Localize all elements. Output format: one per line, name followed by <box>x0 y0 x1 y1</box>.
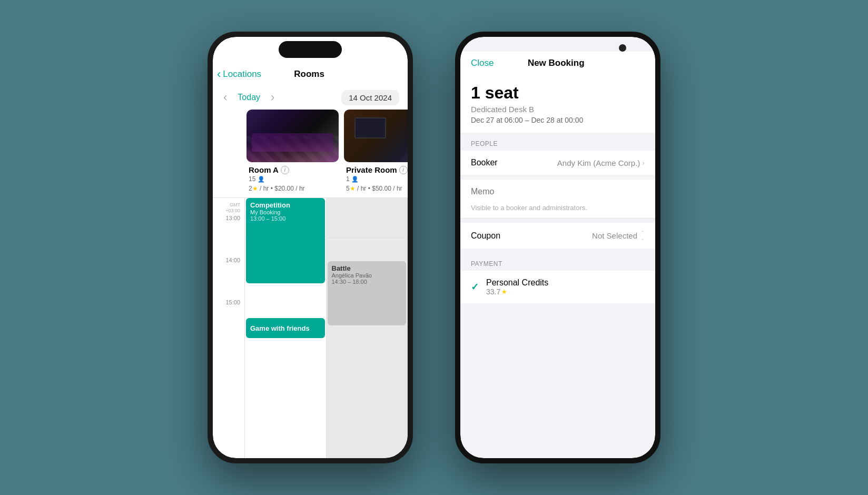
payment-section-label: PAYMENT <box>460 253 655 271</box>
payment-row[interactable]: ✓ Personal Credits 33.7★ <box>460 271 655 303</box>
room-private-info-icon[interactable]: i <box>399 166 408 174</box>
coupon-not-selected: Not Selected <box>592 231 637 240</box>
room-card-private[interactable]: Private Room i 1 👤 5★ / hr • $50.00 / hr <box>342 110 408 197</box>
memo-field <box>460 180 655 204</box>
room-private-name: Private Room <box>346 165 397 174</box>
today-button[interactable]: Today <box>238 93 260 102</box>
booking-hero: 1 seat Dedicated Desk B Dec 27 at 06:00 … <box>460 73 655 133</box>
gmt-label: GMT+03:00 <box>213 200 244 214</box>
coupon-value: Not Selected ⌃ ⌄ <box>592 230 645 241</box>
room-a-image <box>246 110 339 162</box>
checkmark-icon: ✓ <box>471 281 479 293</box>
status-bar-2 <box>460 37 655 52</box>
booking-battle[interactable]: Battle Angélica Pavão 14:30 – 18:00 <box>328 261 407 325</box>
memo-container: Visible to a booker and administrators. <box>460 180 655 219</box>
date-badge[interactable]: 14 Oct 2024 <box>341 90 399 105</box>
calendar-area: GMT+03:00 13:00 14:00 15:00 Competition <box>213 198 408 458</box>
room-private-name-row: Private Room i <box>342 165 408 174</box>
room-card-a[interactable]: Room A i 15 👤 2★ / hr • $20.00 / hr <box>244 110 342 197</box>
screen-2-content: Close New Booking 1 seat Dedicated Desk … <box>460 37 655 458</box>
sheet-nav: Close New Booking <box>460 52 655 73</box>
page-title: Rooms <box>294 69 324 80</box>
room-a-capacity: 15 👤 <box>244 174 342 184</box>
room-a-name-row: Room A i <box>244 165 342 174</box>
nav-bar-1: ‹ Locations Rooms <box>213 63 408 85</box>
room-private-capacity: 1 👤 <box>342 174 408 184</box>
booker-chevron-icon: › <box>642 159 645 167</box>
booking-competition-sub: My Booking <box>250 209 321 215</box>
booking-competition[interactable]: Competition My Booking 13:00 – 15:00 <box>246 198 325 283</box>
booking-battle-sub: Angélica Pavão <box>332 272 402 279</box>
close-button[interactable]: Close <box>471 58 494 68</box>
room-private-rating: 5★ / hr • $50.00 / hr <box>342 184 408 193</box>
updown-arrows-icon: ⌃ ⌄ <box>640 230 645 241</box>
phone-1: ‹ Locations Rooms ‹ Today › 14 Oct 2024 <box>208 32 413 463</box>
grid-line-p1 <box>327 198 408 240</box>
booking-datetime: Dec 27 at 06:00 – Dec 28 at 00:00 <box>471 116 645 124</box>
booking-battle-title: Battle <box>332 264 402 272</box>
booking-game-title: Game with friends <box>250 324 310 332</box>
grid-col-room-a[interactable]: Competition My Booking 13:00 – 15:00 Gam… <box>245 198 327 458</box>
time-slot-13: 13:00 <box>213 214 244 256</box>
chevron-down-icon: ⌄ <box>640 236 645 241</box>
booking-game[interactable]: Game with friends <box>246 318 325 338</box>
booking-competition-time: 13:00 – 15:00 <box>250 215 321 222</box>
prev-date-button[interactable]: ‹ <box>221 88 229 106</box>
room-a-name: Room A <box>249 165 279 174</box>
room-private-image <box>344 110 408 162</box>
rooms-list: Room A i 15 👤 2★ / hr • $20.00 / hr Priv… <box>213 110 408 198</box>
phone-2: Close New Booking 1 seat Dedicated Desk … <box>455 32 660 463</box>
room-a-rating: 2★ / hr • $20.00 / hr <box>244 184 342 193</box>
phone-1-screen: ‹ Locations Rooms ‹ Today › 14 Oct 2024 <box>213 37 408 458</box>
booker-label: Booker <box>471 158 498 167</box>
back-button[interactable]: ‹ Locations <box>217 67 261 81</box>
chevron-up-icon: ⌃ <box>640 230 645 235</box>
memo-input[interactable] <box>471 187 645 196</box>
booking-battle-time: 14:30 – 18:00 <box>332 279 402 285</box>
seat-count: 1 seat <box>471 83 645 103</box>
booking-competition-title: Competition <box>250 201 321 209</box>
time-slot-15: 15:00 <box>213 298 244 340</box>
credits-value: 33.7 <box>486 288 500 296</box>
room-a-info-icon[interactable]: i <box>281 166 289 174</box>
time-column: GMT+03:00 13:00 14:00 15:00 <box>213 198 244 458</box>
coupon-label: Coupon <box>471 231 500 241</box>
payment-method-name: Personal Credits <box>486 278 548 288</box>
payment-section: PAYMENT ✓ Personal Credits 33.7★ <box>460 253 655 303</box>
camera-dot <box>619 44 626 52</box>
date-row: ‹ Today › 14 Oct 2024 <box>213 85 408 110</box>
date-nav: ‹ Today › <box>221 88 277 106</box>
phone-2-screen: Close New Booking 1 seat Dedicated Desk … <box>460 37 655 458</box>
people-section-label: PEOPLE <box>460 133 655 151</box>
coupon-row[interactable]: Coupon Not Selected ⌃ ⌄ <box>460 223 655 249</box>
payment-credits: 33.7★ <box>486 288 548 296</box>
desk-name: Dedicated Desk B <box>471 105 645 114</box>
calendar-grid: Competition My Booking 13:00 – 15:00 Gam… <box>244 198 408 458</box>
sheet-title: New Booking <box>528 58 585 68</box>
booker-value: Andy Kim (Acme Corp.) › <box>557 159 645 167</box>
back-label: Locations <box>223 69 261 80</box>
dynamic-island <box>279 41 342 58</box>
grid-col-private[interactable]: Battle Angélica Pavão 14:30 – 18:00 <box>327 198 408 458</box>
time-slot-14: 14:00 <box>213 256 244 298</box>
booker-name: Andy Kim (Acme Corp.) <box>557 159 640 167</box>
next-date-button[interactable]: › <box>269 88 277 106</box>
booker-row[interactable]: Booker Andy Kim (Acme Corp.) › <box>460 151 655 175</box>
payment-info: Personal Credits 33.7★ <box>486 278 548 296</box>
star-icon: ★ <box>501 288 507 295</box>
memo-hint: Visible to a booker and administrators. <box>460 204 655 219</box>
sheet-body: 1 seat Dedicated Desk B Dec 27 at 06:00 … <box>460 73 655 458</box>
chevron-left-icon: ‹ <box>217 67 221 81</box>
screen-1-content: ‹ Locations Rooms ‹ Today › 14 Oct 2024 <box>213 37 408 458</box>
